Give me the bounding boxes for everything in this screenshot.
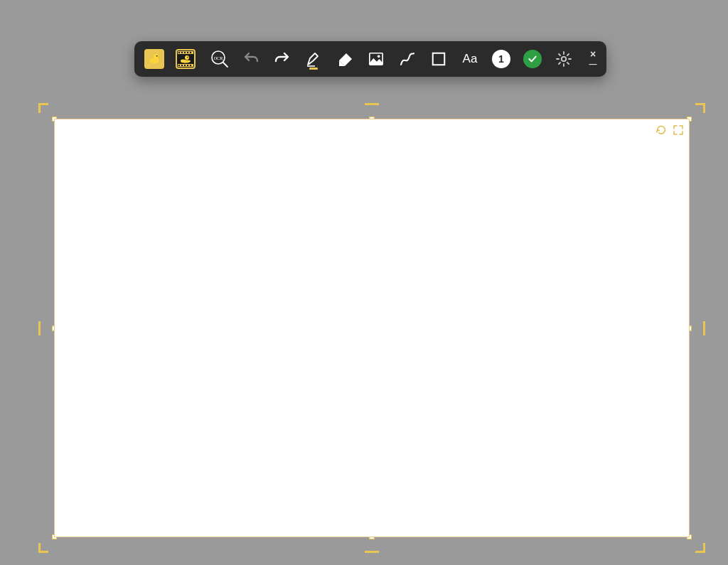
svg-rect-12 xyxy=(187,65,188,66)
svg-rect-13 xyxy=(190,65,191,66)
crop-corner-bl[interactable] xyxy=(38,543,48,553)
image-icon xyxy=(368,51,384,67)
text-icon: Aa xyxy=(463,52,478,66)
redo-button[interactable] xyxy=(269,46,295,72)
svg-rect-6 xyxy=(184,52,186,53)
rectangle-button[interactable] xyxy=(426,46,451,72)
svg-point-14 xyxy=(185,55,189,60)
eraser-button[interactable] xyxy=(332,46,358,72)
pen-active-indicator xyxy=(309,68,318,70)
minimize-button[interactable]: — xyxy=(587,59,599,69)
undo-icon xyxy=(242,50,259,68)
svg-rect-4 xyxy=(178,52,180,53)
svg-point-23 xyxy=(562,57,566,61)
close-button[interactable]: × xyxy=(587,49,599,59)
pen-button[interactable] xyxy=(301,46,326,72)
svg-point-0 xyxy=(154,54,159,60)
image-button[interactable] xyxy=(363,46,389,72)
crop-edge-bottom[interactable] xyxy=(365,551,379,553)
crop-corner-br[interactable] xyxy=(695,543,705,553)
duck-icon xyxy=(147,52,161,66)
rectangle-icon xyxy=(431,51,446,67)
duck-film-button[interactable] xyxy=(176,49,196,69)
ocr-button[interactable]: OCR xyxy=(207,46,232,72)
fullscreen-button[interactable] xyxy=(672,124,685,136)
pen-icon xyxy=(305,50,322,68)
crop-edge-top[interactable] xyxy=(365,103,379,105)
counter-badge-button[interactable]: 1 xyxy=(488,46,514,72)
svg-rect-11 xyxy=(184,65,186,66)
svg-rect-10 xyxy=(181,65,183,66)
svg-rect-9 xyxy=(178,65,180,66)
svg-rect-22 xyxy=(433,53,445,65)
confirm-check-icon xyxy=(523,50,542,68)
canvas-actions xyxy=(655,124,685,136)
eraser-icon xyxy=(336,50,353,68)
svg-point-21 xyxy=(378,55,380,58)
redo-icon xyxy=(274,50,291,68)
settings-gear-icon xyxy=(555,50,572,68)
rotate-button[interactable] xyxy=(655,124,668,136)
duck-film-icon xyxy=(177,50,194,68)
duck-select-button[interactable] xyxy=(144,49,164,69)
svg-rect-5 xyxy=(181,52,183,53)
crop-edge-right[interactable] xyxy=(703,321,705,335)
text-button[interactable]: Aa xyxy=(457,46,483,72)
annotation-toolbar: OCR xyxy=(134,41,606,77)
curve-line-icon xyxy=(399,50,416,68)
crop-edge-left[interactable] xyxy=(38,321,41,335)
svg-text:OCR: OCR xyxy=(214,55,224,60)
svg-point-1 xyxy=(156,55,158,57)
counter-badge-icon: 1 xyxy=(492,50,510,68)
crop-corner-tr[interactable] xyxy=(695,103,705,113)
undo-button[interactable] xyxy=(238,46,264,72)
settings-button[interactable] xyxy=(551,46,577,72)
svg-line-17 xyxy=(223,63,228,67)
window-controls: × — xyxy=(587,46,599,72)
svg-point-15 xyxy=(187,57,188,58)
svg-rect-7 xyxy=(187,52,188,53)
confirm-button[interactable] xyxy=(520,46,545,72)
crop-corner-tl[interactable] xyxy=(38,103,48,113)
curve-line-button[interactable] xyxy=(395,46,420,72)
canvas[interactable] xyxy=(54,119,690,537)
crop-region xyxy=(38,103,705,553)
ocr-magnifier-icon: OCR xyxy=(210,50,229,68)
svg-rect-8 xyxy=(190,52,191,53)
